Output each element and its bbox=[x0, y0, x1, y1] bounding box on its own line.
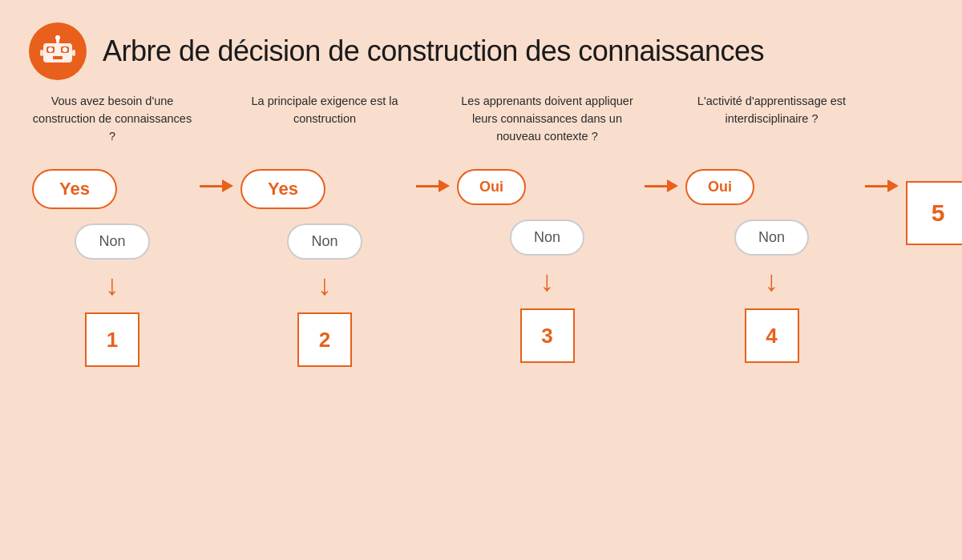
no-button-1[interactable]: Non bbox=[75, 224, 149, 260]
svg-rect-3 bbox=[53, 56, 63, 59]
column-1: Vous avez besoin d'une construction de c… bbox=[32, 93, 192, 367]
result-5: 5 bbox=[906, 181, 962, 245]
result-4: 4 bbox=[745, 308, 799, 363]
yes-button-2[interactable]: Yes bbox=[240, 169, 325, 209]
no-button-4[interactable]: Non bbox=[734, 220, 809, 256]
svg-rect-6 bbox=[40, 50, 43, 56]
down-arrow-3: ↓ bbox=[540, 267, 555, 296]
question-1: Vous avez besoin d'une construction de c… bbox=[32, 93, 192, 161]
arrow-1-to-2 bbox=[192, 93, 240, 192]
result-3: 3 bbox=[520, 308, 575, 363]
result-1: 1 bbox=[85, 312, 139, 367]
robot-icon bbox=[38, 32, 77, 71]
svg-rect-0 bbox=[43, 43, 72, 62]
no-button-2[interactable]: Non bbox=[287, 224, 362, 260]
question-4: L'activité d'apprentissage est interdisc… bbox=[685, 93, 858, 161]
svg-rect-7 bbox=[72, 50, 75, 56]
down-arrow-4: ↓ bbox=[765, 267, 779, 296]
arrow-2-to-3 bbox=[409, 93, 457, 192]
svg-point-8 bbox=[48, 47, 53, 52]
logo bbox=[29, 22, 87, 80]
svg-point-9 bbox=[63, 47, 67, 52]
arrow-4-to-5 bbox=[858, 93, 906, 192]
yes-button-1[interactable]: Yes bbox=[32, 169, 117, 209]
column-2: La principale exigence est la constructi… bbox=[240, 93, 409, 367]
header: Arbre de décision de construction des co… bbox=[0, 0, 962, 93]
page-title: Arbre de décision de construction des co… bbox=[103, 34, 764, 68]
column-4: L'activité d'apprentissage est interdisc… bbox=[685, 93, 858, 363]
question-2: La principale exigence est la constructi… bbox=[240, 93, 409, 161]
question-3: Les apprenants doivent appliquer leurs c… bbox=[457, 93, 637, 161]
decision-tree: Vous avez besoin d'une construction de c… bbox=[24, 93, 938, 367]
arrow-3-to-4 bbox=[637, 93, 685, 192]
yes-button-3[interactable]: Oui bbox=[457, 169, 526, 205]
no-button-3[interactable]: Non bbox=[510, 220, 584, 256]
svg-point-5 bbox=[55, 35, 60, 40]
column-5: 5 bbox=[906, 93, 962, 245]
down-arrow-2: ↓ bbox=[317, 271, 332, 300]
down-arrow-1: ↓ bbox=[105, 271, 119, 300]
column-3: Les apprenants doivent appliquer leurs c… bbox=[457, 93, 637, 363]
result-2: 2 bbox=[297, 312, 352, 367]
yes-button-4[interactable]: Oui bbox=[685, 169, 754, 205]
